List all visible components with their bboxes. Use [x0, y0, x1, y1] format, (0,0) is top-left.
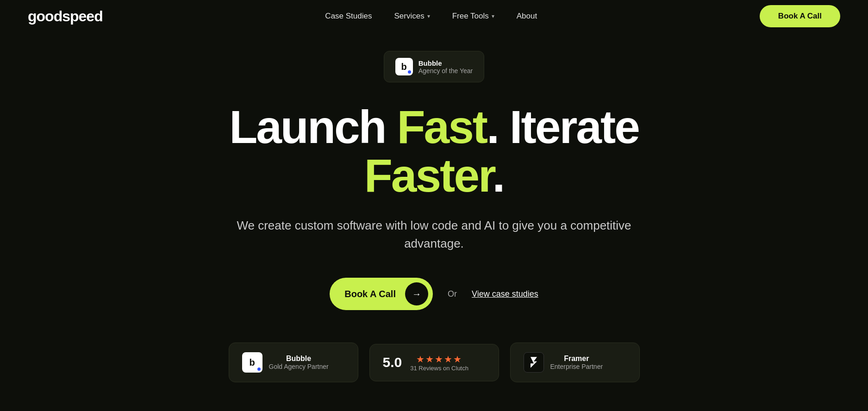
heading-text-1: Launch	[229, 101, 397, 153]
clutch-trust-card: 5.0 ★★★★★ 31 Reviews on Clutch	[369, 344, 499, 381]
clutch-reviews-label: 31 Reviews on Clutch	[410, 365, 468, 372]
nav-book-call-button[interactable]: Book A Call	[760, 5, 840, 27]
arrow-right-icon: →	[405, 282, 428, 305]
heading-text-2: . Iterate	[487, 101, 639, 153]
framer-partner-title: Framer	[550, 355, 603, 363]
bubble-logo-icon: b	[395, 58, 413, 75]
award-badge: b Bubble Agency of the Year	[384, 51, 485, 82]
bubble-trust-card: b Bubble Gold Agency Partner	[229, 342, 358, 382]
logo[interactable]: goodspeed	[28, 8, 103, 25]
badge-text: Bubble Agency of the Year	[418, 59, 473, 75]
hero-subheading: We create custom software with low code …	[235, 217, 633, 253]
chevron-down-icon: ▾	[427, 13, 430, 19]
view-case-studies-link[interactable]: View case studies	[472, 289, 538, 299]
nav-links: Case Studies Services ▾ Free Tools ▾ Abo…	[325, 12, 537, 21]
heading-accent-1: Fast	[397, 101, 487, 153]
bubble-partner-title: Bubble	[269, 355, 329, 363]
nav-link-about[interactable]: About	[517, 12, 537, 21]
hero-heading: Launch Fast. Iterate Faster.	[156, 103, 712, 200]
bubble-icon: b	[242, 352, 262, 373]
framer-trust-text: Framer Enterprise Partner	[550, 355, 603, 370]
heading-end: .	[492, 149, 504, 201]
nav-item-case-studies[interactable]: Case Studies	[325, 12, 372, 21]
nav-link-case-studies[interactable]: Case Studies	[325, 12, 372, 21]
framer-trust-card: Framer Enterprise Partner	[510, 342, 640, 382]
nav-item-services[interactable]: Services ▾	[394, 12, 430, 21]
nav-link-services[interactable]: Services ▾	[394, 12, 430, 21]
star-rating-icon: ★★★★★	[410, 354, 468, 365]
framer-icon	[524, 352, 544, 373]
clutch-score: 5.0	[383, 355, 402, 370]
cta-or-text: Or	[448, 289, 457, 299]
badge-title: Bubble	[418, 59, 473, 67]
nav-item-free-tools[interactable]: Free Tools ▾	[452, 12, 494, 21]
book-call-label: Book A Call	[344, 289, 396, 299]
trust-badges-row: b Bubble Gold Agency Partner 5.0 ★★★★★ 3…	[229, 342, 640, 382]
nav-link-free-tools[interactable]: Free Tools ▾	[452, 12, 494, 21]
bubble-partner-subtitle: Gold Agency Partner	[269, 363, 329, 370]
bubble-trust-text: Bubble Gold Agency Partner	[269, 355, 329, 370]
hero-section: b Bubble Agency of the Year Launch Fast.…	[0, 32, 868, 411]
cta-row: Book A Call → Or View case studies	[330, 278, 538, 310]
heading-accent-2: Faster	[364, 149, 493, 201]
book-call-button[interactable]: Book A Call →	[330, 278, 433, 310]
navbar: goodspeed Case Studies Services ▾ Free T…	[0, 0, 868, 32]
clutch-review-info: ★★★★★ 31 Reviews on Clutch	[410, 354, 468, 372]
framer-partner-subtitle: Enterprise Partner	[550, 363, 603, 370]
badge-subtitle: Agency of the Year	[418, 67, 473, 75]
nav-item-about[interactable]: About	[517, 12, 537, 21]
chevron-down-icon: ▾	[492, 13, 494, 19]
